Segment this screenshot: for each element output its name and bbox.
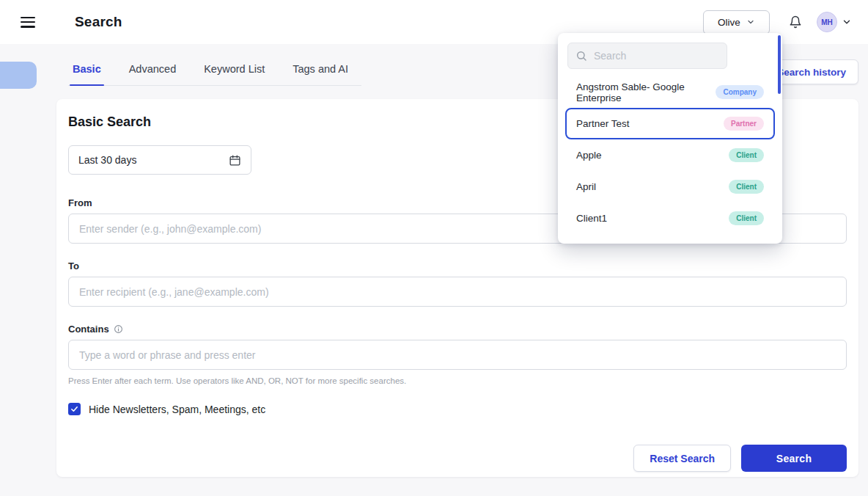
workspace-item[interactable]: Apple Client — [565, 139, 775, 171]
contains-hint: Press Enter after each term. Use operato… — [68, 376, 847, 385]
workspace-item-name: April — [576, 181, 596, 192]
contains-label-text: Contains — [68, 324, 109, 335]
page-title: Search — [75, 14, 122, 30]
checkmark-icon — [70, 405, 78, 413]
dropdown-scrollbar[interactable] — [778, 35, 781, 241]
reset-search-button[interactable]: Reset Search — [633, 445, 731, 472]
workspace-search-box[interactable] — [567, 43, 727, 69]
workspace-dropdown-panel: Angstrom Sable- Google Enterprise Compan… — [558, 33, 782, 244]
workspace-item-badge: Client — [729, 148, 764, 162]
search-tabs: Basic Advanced Keyword List Tags and AI — [68, 59, 361, 86]
tab-advanced[interactable]: Advanced — [129, 63, 177, 75]
workspace-item-badge: Company — [716, 85, 764, 99]
hide-filter-checkbox[interactable] — [68, 403, 81, 415]
workspace-item-badge: Client — [729, 211, 764, 225]
workspace-selector-label: Olive — [718, 17, 740, 28]
workspace-item-badge: Partner — [724, 117, 764, 131]
form-actions: Reset Search Search — [68, 445, 847, 472]
workspace-item[interactable]: Angstrom Sable- Google Enterprise Compan… — [565, 76, 775, 108]
to-label: To — [68, 260, 847, 271]
header-actions: Olive MH — [703, 10, 852, 34]
contains-label: Contains — [68, 324, 847, 335]
search-icon — [575, 50, 587, 62]
avatar: MH — [817, 12, 837, 32]
workspace-item[interactable]: April Client — [565, 171, 775, 203]
tab-basic[interactable]: Basic — [73, 63, 101, 75]
workspace-selector-button[interactable]: Olive — [703, 10, 770, 34]
tab-tags-and-ai[interactable]: Tags and AI — [293, 63, 348, 75]
dropdown-scrollbar-thumb[interactable] — [778, 35, 781, 94]
calendar-icon — [229, 154, 241, 167]
date-range-picker[interactable]: Last 30 days — [68, 145, 251, 175]
workspace-item[interactable]: Client1 Client — [565, 203, 775, 234]
workspace-item-badge: Client — [729, 180, 764, 194]
tab-keyword-list[interactable]: Keyword List — [204, 63, 265, 75]
chevron-down-icon — [842, 17, 852, 27]
workspace-item-name: Angstrom Sable- Google Enterprise — [576, 81, 716, 103]
workspace-item-selected[interactable]: Partner Test Partner — [565, 108, 775, 139]
contains-input[interactable] — [68, 340, 847, 370]
info-icon[interactable] — [114, 324, 123, 334]
sidebar-peek-pill[interactable] — [0, 62, 37, 89]
notifications-bell-icon[interactable] — [789, 15, 802, 29]
page: Search Olive MH Basic Advanced Keyword L… — [0, 0, 868, 496]
workspace-search-input[interactable] — [594, 50, 719, 62]
search-button[interactable]: Search — [741, 445, 847, 472]
hide-filter-checkbox-row[interactable]: Hide Newsletters, Spam, Meetings, etc — [68, 403, 847, 415]
workspace-item-name: Apple — [576, 150, 602, 161]
hide-filter-label: Hide Newsletters, Spam, Meetings, etc — [89, 404, 265, 415]
chevron-down-icon — [746, 18, 755, 26]
workspace-item-name: Partner Test — [576, 118, 630, 129]
user-menu[interactable]: MH — [817, 12, 852, 32]
hamburger-menu-icon[interactable] — [21, 17, 35, 28]
to-input[interactable] — [68, 277, 847, 307]
workspace-item-name: Client1 — [576, 213, 607, 224]
date-range-value: Last 30 days — [78, 154, 136, 166]
